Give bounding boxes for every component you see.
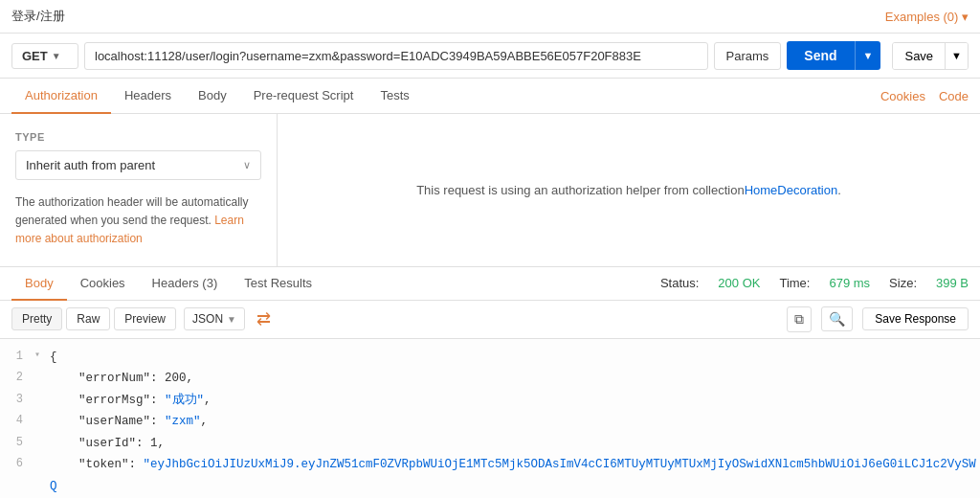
line-content-4: "userName": "zxm", <box>50 411 208 433</box>
tab-headers[interactable]: Headers <box>111 79 185 114</box>
resp-tab-headers[interactable]: Headers (3) <box>139 267 232 301</box>
save-response-button[interactable]: Save Response <box>862 307 969 330</box>
send-group: Send ▼ <box>787 41 880 70</box>
search-button[interactable]: 🔍 <box>821 306 853 331</box>
send-dropdown-button[interactable]: ▼ <box>855 41 881 70</box>
request-tabs-left: Authorization Headers Body Pre-request S… <box>11 79 423 113</box>
json-line-6: 6 "token": "eyJhbGciOiJIUzUxMiJ9.eyJnZW5… <box>0 454 980 498</box>
auth-left: TYPE Inherit auth from parent ∨ The auth… <box>0 114 278 266</box>
cookies-link[interactable]: Cookies <box>880 89 925 103</box>
tab-prerequest[interactable]: Pre-request Script <box>240 79 368 114</box>
auth-type-label: TYPE <box>15 131 261 143</box>
copy-button[interactable]: ⧉ <box>787 306 812 332</box>
response-tabs-left: Body Cookies Headers (3) Test Results <box>11 267 325 300</box>
line-caret-2 <box>34 368 50 390</box>
auth-panel: TYPE Inherit auth from parent ∨ The auth… <box>0 114 980 267</box>
line-caret-1[interactable]: ▾ <box>34 347 50 369</box>
line-content-5: "userId": 1, <box>50 433 165 455</box>
resp-tab-testresults[interactable]: Test Results <box>231 267 325 301</box>
json-line-4: 4 "userName": "zxm", <box>0 411 980 433</box>
tab-body[interactable]: Body <box>185 79 240 114</box>
json-line-2: 2 "errorNum": 200, <box>0 368 980 390</box>
auth-description: The authorization header will be automat… <box>15 193 261 249</box>
line-caret-5 <box>34 433 50 455</box>
line-caret-3 <box>34 390 50 412</box>
method-arrow-icon: ▼ <box>52 51 61 61</box>
time-label: Time: <box>779 276 810 290</box>
auth-type-select[interactable]: Inherit auth from parent ∨ <box>15 150 261 180</box>
format-select[interactable]: JSON ▼ <box>184 307 245 330</box>
save-dropdown-button[interactable]: ▼ <box>945 43 968 69</box>
line-content-2: "errorNum": 200, <box>50 368 193 390</box>
format-label: JSON <box>192 312 223 326</box>
auth-right: This request is using an authorization h… <box>278 114 980 266</box>
params-button[interactable]: Params <box>714 42 782 70</box>
raw-button[interactable]: Raw <box>66 307 110 330</box>
url-input[interactable] <box>84 42 708 70</box>
format-arrow-icon: ▼ <box>227 314 236 325</box>
save-group: Save ▼ <box>892 42 969 70</box>
send-button[interactable]: Send <box>787 41 854 70</box>
preview-button[interactable]: Preview <box>114 307 176 330</box>
resp-tab-cookies[interactable]: Cookies <box>67 267 139 301</box>
json-body: 1 ▾ { 2 "errorNum": 200, 3 "errorMsg": "… <box>0 339 980 498</box>
json-line-1: 1 ▾ { <box>0 347 980 369</box>
save-button[interactable]: Save <box>893 43 945 69</box>
auth-select-value: Inherit auth from parent <box>26 158 155 172</box>
line-num-3: 3 <box>0 390 34 412</box>
examples-link[interactable]: Examples (0) ▾ <box>885 10 969 24</box>
line-caret-6 <box>34 454 50 498</box>
auth-right-text-after: . <box>837 183 841 197</box>
method-select[interactable]: GET ▼ <box>11 43 78 69</box>
request-tabs-right: Cookies Code <box>880 89 969 103</box>
tab-authorization[interactable]: Authorization <box>11 79 111 114</box>
code-link[interactable]: Code <box>939 89 969 103</box>
response-tabs: Body Cookies Headers (3) Test Results St… <box>0 267 980 301</box>
resp-tab-body[interactable]: Body <box>11 267 67 301</box>
line-num-1: 1 <box>0 347 34 369</box>
response-status: Status: 200 OK Time: 679 ms Size: 399 B <box>660 276 969 290</box>
request-tabs: Authorization Headers Body Pre-request S… <box>0 79 980 114</box>
line-num-5: 5 <box>0 433 34 455</box>
line-content-3: "errorMsg": "成功", <box>50 390 212 412</box>
json-line-5: 5 "userId": 1, <box>0 433 980 455</box>
json-line-3: 3 "errorMsg": "成功", <box>0 390 980 412</box>
line-num-4: 4 <box>0 411 34 433</box>
top-bar: 登录/注册 Examples (0) ▾ <box>0 0 980 34</box>
status-value: 200 OK <box>718 276 760 290</box>
response-toolbar: Pretty Raw Preview JSON ▼ ⇄ ⧉ 🔍 Save Res… <box>0 301 980 339</box>
method-label: GET <box>22 49 48 63</box>
auth-right-text-before: This request is using an authorization h… <box>416 183 745 197</box>
line-content-6: "token": "eyJhbGciOiJIUzUxMiJ9.eyJnZW51c… <box>50 454 980 498</box>
line-num-6: 6 <box>0 454 34 498</box>
url-bar: GET ▼ Params Send ▼ Save ▼ <box>0 34 980 79</box>
pretty-button[interactable]: Pretty <box>11 307 62 330</box>
line-content-1: { <box>50 347 57 369</box>
tab-tests[interactable]: Tests <box>367 79 422 114</box>
auth-desc-text: The authorization header will be automat… <box>15 195 248 227</box>
status-label: Status: <box>660 276 699 290</box>
time-value: 679 ms <box>829 276 870 290</box>
wrap-icon[interactable]: ⇄ <box>256 308 271 329</box>
auth-collection-link[interactable]: HomeDecoration <box>745 183 838 197</box>
size-value: 399 B <box>936 276 969 290</box>
line-num-2: 2 <box>0 368 34 390</box>
page-title: 登录/注册 <box>11 8 65 25</box>
resp-toolbar-right: ⧉ 🔍 Save Response <box>787 306 969 332</box>
auth-select-arrow-icon: ∨ <box>243 159 251 171</box>
size-label: Size: <box>889 276 917 290</box>
line-caret-4 <box>34 411 50 433</box>
